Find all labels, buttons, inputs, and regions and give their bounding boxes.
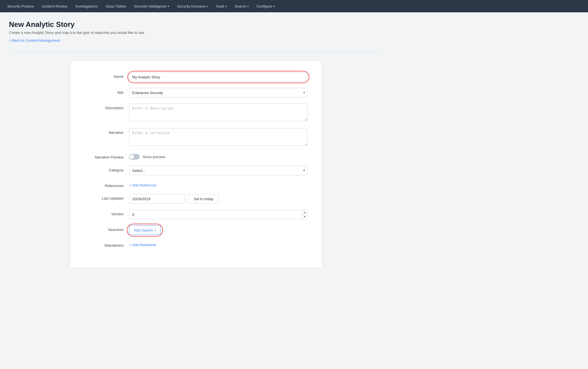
chevron-down-icon: ▾ — [247, 5, 249, 8]
top-nav: Security Posture Incident Review Investi… — [0, 0, 588, 12]
add-search-button[interactable]: Add Search ▾ — [129, 225, 161, 235]
narrative-textarea[interactable] — [129, 128, 308, 146]
chevron-down-icon: ▾ — [225, 5, 227, 8]
add-maintainer-button[interactable]: + Add Maintainer — [129, 241, 157, 247]
version-input[interactable] — [129, 210, 308, 219]
add-search-wrap: Add Search ▾ — [129, 225, 161, 235]
nav-search[interactable]: Search ▾ — [231, 0, 253, 12]
last-updated-control: Set to today — [129, 194, 308, 204]
maintainers-control: + Add Maintainer — [129, 241, 308, 247]
name-input[interactable] — [129, 72, 308, 82]
last-updated-wrap: Set to today — [129, 194, 308, 204]
maintainers-row: Maintainers + Add Maintainer — [84, 241, 308, 247]
chevron-down-icon: ▾ — [273, 5, 275, 8]
category-select-wrap: Select... — [129, 166, 308, 175]
version-wrap: ▲ ▼ — [129, 210, 308, 219]
divider — [9, 53, 383, 53]
searches-row: Searches Add Search ▾ — [84, 225, 308, 235]
app-control: Enterprise Security Search Other — [129, 88, 308, 97]
description-label: Description — [84, 104, 129, 110]
last-updated-row: Last Updated Set to today — [84, 194, 308, 204]
description-textarea[interactable] — [129, 104, 308, 121]
name-control — [129, 72, 308, 82]
description-row: Description — [84, 104, 308, 122]
nav-security-domains[interactable]: Security Domains ▾ — [173, 0, 212, 12]
version-row: Version ▲ ▼ — [84, 210, 308, 219]
page-content: New Analytic Story Create a new Analytic… — [0, 12, 392, 279]
add-reference-button[interactable]: + Add Reference — [129, 181, 156, 187]
app-select[interactable]: Enterprise Security Search Other — [129, 88, 308, 97]
category-row: Category Select... — [84, 166, 308, 175]
references-control: + Add Reference — [129, 181, 308, 187]
chevron-down-icon: ▾ — [168, 5, 169, 8]
searches-control: Add Search ▾ — [129, 225, 308, 235]
show-preview-label: Show preview — [143, 155, 165, 159]
nav-configure[interactable]: Configure ▾ — [253, 0, 279, 12]
app-label: App — [84, 88, 129, 94]
app-row: App Enterprise Security Search Other — [84, 88, 308, 97]
category-select[interactable]: Select... — [129, 166, 308, 175]
version-control: ▲ ▼ — [129, 210, 308, 219]
name-label: Name — [84, 72, 129, 79]
form-card: Name App Enterprise Security Search — [70, 61, 322, 268]
chevron-down-icon: ▾ — [207, 5, 208, 8]
narrative-preview-control: Show preview — [129, 153, 308, 160]
narrative-row: Narrative — [84, 128, 308, 147]
references-row: References + Add Reference — [84, 181, 308, 188]
nav-security-intelligence[interactable]: Security Intelligence ▾ — [130, 0, 173, 12]
narrative-preview-label: Narrative Preview — [84, 153, 129, 159]
back-link[interactable]: < Back to Content Management — [9, 38, 60, 43]
form-outer: Name App Enterprise Security Search — [9, 61, 383, 268]
version-decrement-button[interactable]: ▼ — [302, 215, 307, 219]
version-label: Version — [84, 210, 129, 216]
narrative-label: Narrative — [84, 128, 129, 135]
name-row: Name — [84, 72, 308, 82]
version-spinners: ▲ ▼ — [302, 210, 307, 219]
set-to-today-button[interactable]: Set to today — [188, 194, 219, 204]
category-control: Select... — [129, 166, 308, 175]
nav-investigations[interactable]: Investigations — [71, 0, 102, 12]
nav-audit[interactable]: Audit ▾ — [212, 0, 231, 12]
category-label: Category — [84, 166, 129, 172]
last-updated-input[interactable] — [129, 194, 185, 204]
description-control — [129, 104, 308, 122]
version-increment-button[interactable]: ▲ — [302, 210, 307, 215]
app-select-wrap: Enterprise Security Search Other — [129, 88, 308, 97]
name-input-wrap — [129, 72, 308, 82]
page-subtitle: Create a new Analytic Story and map it t… — [9, 31, 383, 35]
narrative-control — [129, 128, 308, 147]
maintainers-label: Maintainers — [84, 241, 129, 247]
nav-security-posture[interactable]: Security Posture — [3, 0, 38, 12]
narrative-preview-row: Narrative Preview Show preview — [84, 153, 308, 160]
page-title: New Analytic Story — [9, 20, 383, 29]
searches-label: Searches — [84, 225, 129, 232]
toggle-wrap: Show preview — [129, 153, 308, 160]
last-updated-label: Last Updated — [84, 194, 129, 200]
add-search-caret-icon: ▾ — [155, 229, 156, 232]
nav-incident-review[interactable]: Incident Review — [38, 0, 71, 12]
nav-glass-tables[interactable]: Glass Tables — [102, 0, 130, 12]
references-label: References — [84, 181, 129, 188]
narrative-preview-toggle[interactable] — [129, 154, 140, 160]
